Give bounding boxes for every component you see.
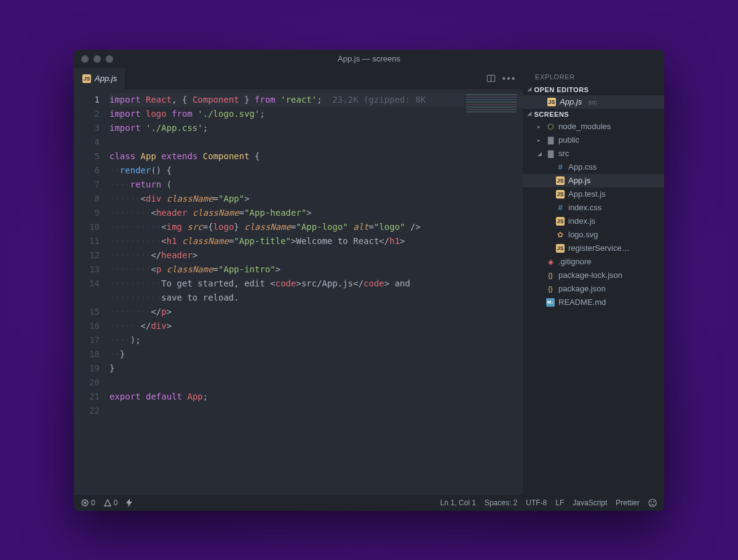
status-errors[interactable]: 0 [81,499,95,507]
code-content[interactable]: import React, { Component } from 'react'… [109,89,523,495]
tree-item[interactable]: ▸▇public [523,133,664,147]
status-warnings[interactable]: 0 [104,499,118,507]
svg-point-3 [649,499,656,507]
status-formatter[interactable]: Prettier [616,499,640,507]
split-editor-icon[interactable] [486,74,496,84]
file-label: public [558,135,579,144]
code-line[interactable]: ········<header className="App-header"> [109,206,523,220]
code-line[interactable]: } [109,361,523,376]
code-editor[interactable]: 12345678910111213141516171819202122 impo… [74,89,523,495]
more-icon[interactable]: ••• [504,74,514,84]
code-line[interactable]: ··} [109,347,523,361]
css-file-icon: # [556,203,565,212]
open-editor-item[interactable]: JSApp.jssrc [523,95,664,109]
status-eol[interactable]: LF [555,499,564,507]
code-line[interactable]: ····return ( [109,178,523,192]
close-window-icon[interactable] [81,55,89,63]
workspace-tree: ▸⬡node_modules▸▇public◢▇src#App.cssJSApp… [523,120,664,309]
svg-point-4 [651,502,651,502]
code-line[interactable]: class App extends Component { [109,149,523,164]
minimize-window-icon[interactable] [93,55,101,63]
file-label: registerService… [568,243,630,253]
file-label: src [558,149,569,158]
status-language[interactable]: JavaScript [573,499,607,507]
tree-item[interactable]: ▸⬡node_modules [523,120,664,133]
code-line[interactable]: ··········To get started, edit <code>src… [109,277,523,291]
tree-item[interactable]: ✿logo.svg [523,228,664,242]
tree-item[interactable]: #index.css [523,201,664,215]
code-line[interactable]: import './App.css'; [109,121,523,135]
svg-point-5 [654,502,654,502]
error-icon [81,499,89,507]
file-label: node_modules [558,122,611,131]
code-line[interactable]: ··········<h1 className="App-title">Welc… [109,234,523,248]
tab-bar: JS App.js ••• [74,68,523,89]
git-file-icon: ◈ [546,258,555,266]
status-spaces[interactable]: Spaces: 2 [485,499,517,507]
tree-item[interactable]: #App.css [523,160,664,174]
code-line[interactable]: ··render() { [109,164,523,178]
status-smiley-icon[interactable] [648,499,657,507]
json-file-icon: {} [546,285,555,293]
tree-item[interactable]: ◢▇src [523,147,664,160]
file-label: App.js [560,97,582,106]
code-line[interactable]: import logo from './logo.svg'; [109,107,523,121]
open-editors-list: JSApp.jssrc [523,95,664,109]
tree-item[interactable]: JSregisterService… [523,242,664,255]
js-file-icon: JS [556,190,565,199]
code-line[interactable]: ······<div className="App"> [109,192,523,206]
js-file-icon: JS [556,217,565,226]
tree-item[interactable]: {}package.json [523,282,664,296]
status-action-icon[interactable] [126,499,133,507]
code-line[interactable]: export default App; [109,390,523,404]
file-label: README.md [558,298,606,307]
file-label: package.json [558,284,606,293]
code-line[interactable]: ········</p> [109,305,523,319]
status-encoding[interactable]: UTF-8 [526,499,547,507]
explorer-panel: EXPLORER OPEN EDITORS JSApp.jssrc SCREEN… [523,68,664,495]
tab-appjs[interactable]: JS App.js [74,68,126,89]
tree-item[interactable]: JSindex.js [523,215,664,228]
line-gutter: 12345678910111213141516171819202122 [74,89,109,495]
chevron-icon: ◢ [538,151,542,157]
svg-file-icon: ✿ [556,231,565,239]
file-label: index.css [568,203,601,212]
code-line[interactable]: ········<p className="App-intro"> [109,262,523,277]
js-file-icon: JS [547,98,556,106]
js-file-icon: JS [556,244,565,253]
warning-icon [104,499,111,507]
window-controls [81,55,113,63]
tree-item[interactable]: {}package-lock.json [523,269,664,282]
file-label: logo.svg [568,230,598,239]
workspace-header[interactable]: SCREENS [523,109,664,120]
code-line[interactable]: ··········save to reload. [109,291,523,305]
chevron-icon: ▸ [538,137,542,143]
code-line[interactable]: ······</div> [109,319,523,333]
markdown-file-icon: M↓ [546,298,555,307]
code-line[interactable] [109,376,523,390]
open-editors-header[interactable]: OPEN EDITORS [523,84,664,95]
maximize-window-icon[interactable] [106,55,113,63]
file-label: package-lock.json [558,270,622,280]
path-hint: src [588,98,597,106]
chevron-icon: ▸ [538,124,542,130]
code-line[interactable] [109,404,523,418]
code-line[interactable]: import React, { Component } from 'react'… [109,93,523,107]
code-line[interactable]: ··········<img src={logo} className="App… [109,220,523,234]
node-folder-icon: ⬡ [546,122,555,131]
tree-item[interactable]: JSApp.js [523,174,664,187]
code-line[interactable] [109,135,523,149]
folder-icon: ▇ [546,136,555,144]
folder-icon: ▇ [546,149,555,158]
code-line[interactable]: ········</header> [109,248,523,262]
status-lncol[interactable]: Ln 1, Col 1 [440,499,476,507]
code-line[interactable]: ····); [109,333,523,347]
tree-item[interactable]: M↓README.md [523,296,664,309]
minimap[interactable] [464,93,519,124]
css-file-icon: # [556,163,565,172]
explorer-title: EXPLORER [523,68,664,84]
tree-item[interactable]: JSApp.test.js [523,187,664,201]
tree-item[interactable]: ◈.gitignore [523,255,664,269]
js-file-icon: JS [556,176,565,185]
window-title: App.js — screens [74,54,664,63]
